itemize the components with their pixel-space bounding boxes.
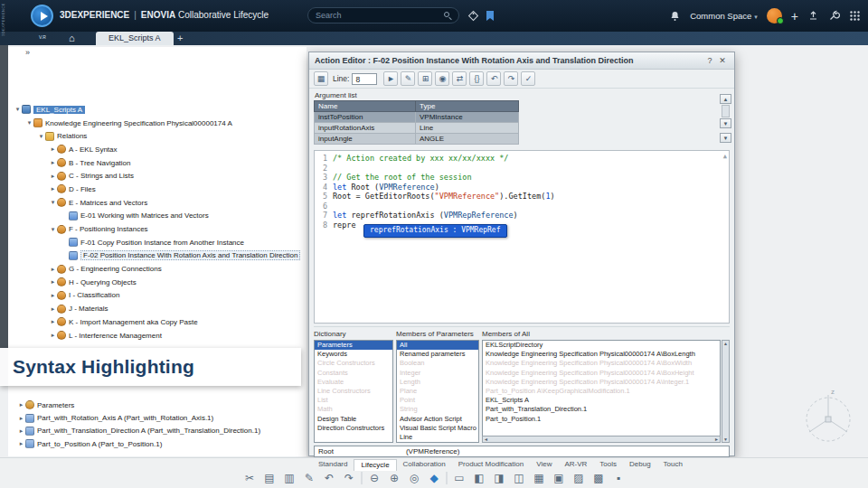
tree-item[interactable]: ▸L - Interference Management bbox=[8, 329, 307, 343]
split-view-icon[interactable]: ◧ bbox=[472, 471, 487, 486]
list-item[interactable]: Advisor Action Script bbox=[397, 415, 478, 424]
table-icon[interactable]: ▦ bbox=[314, 71, 328, 86]
tree-item[interactable]: ▾F - Positioning Instances bbox=[8, 222, 307, 236]
autocomplete-popup[interactable]: reprefRotationAxis : VPMRepRef bbox=[363, 224, 507, 238]
members-all-list[interactable]: EKLScriptDirectoryKnowledge Engineering … bbox=[482, 340, 721, 443]
list-item[interactable]: Integer bbox=[397, 369, 478, 378]
list-item[interactable]: Knowledge Engineering Specification Phys… bbox=[483, 359, 720, 368]
tree-item[interactable]: ▸H - Querying Objects bbox=[8, 276, 307, 289]
tree-item[interactable]: ▾EKL_Scripts A bbox=[8, 103, 307, 117]
members-all-vscrollbar[interactable]: ▲▼ bbox=[722, 340, 730, 443]
help-button[interactable]: ? bbox=[703, 56, 716, 65]
list-item[interactable]: All bbox=[397, 341, 478, 350]
list-item[interactable]: Boolean bbox=[397, 359, 478, 368]
braces-icon[interactable]: {} bbox=[469, 71, 484, 86]
cut-icon[interactable]: ✂ bbox=[242, 471, 258, 486]
argument-row[interactable]: instToPositionVPMInstance bbox=[315, 112, 519, 123]
editor-scroll-up-icon[interactable]: ▲ bbox=[723, 152, 727, 162]
expand-arrow-icon[interactable]: ▾ bbox=[14, 106, 22, 113]
expand-arrow-icon[interactable]: ▸ bbox=[49, 145, 57, 153]
tab-touch[interactable]: Touch bbox=[657, 459, 689, 471]
scroll-down-button[interactable]: ▼ bbox=[720, 118, 731, 128]
code-line[interactable]: 3// Get the root of the session bbox=[315, 173, 729, 183]
list-item[interactable]: Plane bbox=[397, 387, 478, 396]
check-icon[interactable]: ✓ bbox=[521, 71, 535, 86]
members-params-list[interactable]: AllRenamed parametersBooleanIntegerLengt… bbox=[396, 340, 479, 443]
dialog-title-bar[interactable]: Action Editor : F-02 Position Instance W… bbox=[309, 52, 734, 70]
table-view-icon[interactable]: ▣ bbox=[552, 471, 567, 486]
line-number-input[interactable]: 8 bbox=[352, 73, 377, 85]
list-item[interactable]: Circle Constructors bbox=[315, 359, 392, 368]
tree-item[interactable]: ▸B - Tree Navigation bbox=[8, 156, 307, 170]
list-view-icon[interactable]: ▩ bbox=[591, 471, 607, 486]
scroll-up-button[interactable]: ▲ bbox=[720, 94, 731, 104]
hatch-view-icon[interactable]: ▨ bbox=[571, 471, 587, 486]
swap-icon[interactable]: ⇄ bbox=[452, 71, 467, 86]
frame-icon[interactable]: ▭ bbox=[452, 471, 467, 486]
tree-item[interactable]: F-02 Position Instance With Rotation Axi… bbox=[8, 249, 307, 263]
list-item[interactable]: Knowledge Engineering Specification Phys… bbox=[483, 378, 720, 387]
list-item[interactable]: EKL_Scripts A bbox=[483, 396, 720, 405]
redo-icon[interactable]: ↷ bbox=[504, 71, 518, 86]
dropdown-button[interactable]: ▼ bbox=[720, 133, 731, 143]
new-tab-button[interactable]: + bbox=[177, 33, 183, 44]
zoom-in-icon[interactable]: ⊕ bbox=[387, 471, 402, 486]
list-item[interactable]: String bbox=[397, 405, 478, 414]
wrench-icon[interactable] bbox=[828, 10, 840, 22]
list-item[interactable]: Part_to_Position.1 bbox=[483, 415, 720, 424]
scroll-track[interactable] bbox=[722, 105, 730, 117]
expand-arrow-icon[interactable]: ▸ bbox=[17, 440, 25, 447]
dictionary-list[interactable]: ParametersKeywordsCircle ConstructorsCon… bbox=[314, 340, 393, 443]
selected-member-field[interactable]: Root (VPMReference) bbox=[314, 446, 730, 457]
list-item[interactable]: Constants bbox=[315, 369, 392, 378]
code-line[interactable]: 5Root = GetEditorRoots("VPMReference").G… bbox=[315, 192, 729, 202]
left-panel-strip[interactable] bbox=[0, 45, 8, 385]
expand-arrow-icon[interactable]: ▾ bbox=[25, 119, 33, 127]
expand-arrow-icon[interactable]: ▸ bbox=[49, 292, 57, 299]
tree-item[interactable]: ▾Relations bbox=[8, 129, 307, 143]
expand-arrow-icon[interactable]: ▸ bbox=[49, 332, 57, 339]
expand-arrow-icon[interactable]: ▾ bbox=[49, 226, 57, 233]
tree-item[interactable]: ▸G - Engineering Connections bbox=[8, 262, 307, 276]
list-item[interactable]: Part_with_Translation_Direction.1 bbox=[483, 405, 720, 414]
tree-item[interactable]: ▸A - EKL Syntax bbox=[8, 143, 307, 156]
list-item[interactable]: Line Constructors bbox=[315, 387, 392, 396]
redo-icon[interactable]: ↷ bbox=[342, 471, 357, 486]
watch-icon[interactable]: ◉ bbox=[435, 71, 449, 86]
tree-item[interactable]: ▸D - Files bbox=[8, 183, 307, 196]
expand-arrow-icon[interactable]: ▸ bbox=[49, 185, 57, 192]
tag-icon[interactable] bbox=[467, 9, 479, 22]
list-item[interactable]: Direction Constructors bbox=[315, 424, 392, 433]
tree-item[interactable]: ▸Part_with_Rotation_Axis A (Part_with_Ro… bbox=[12, 411, 307, 424]
tree-item[interactable]: ▸K - Import Management aka Copy Paste bbox=[8, 315, 307, 329]
code-line[interactable]: 2 bbox=[315, 164, 729, 174]
insert-icon[interactable]: ⊞ bbox=[418, 71, 432, 86]
search-input[interactable]: Search bbox=[307, 7, 459, 23]
dual-view-icon[interactable]: ◨ bbox=[492, 471, 507, 486]
list-item[interactable]: Visual Basic Script Macro bbox=[397, 424, 478, 433]
column-header[interactable]: Type bbox=[416, 101, 519, 112]
expand-arrow-icon[interactable]: ▸ bbox=[49, 278, 57, 286]
members-all-hscrollbar[interactable]: ◄► bbox=[482, 436, 721, 443]
tree-item[interactable]: F-01 Copy Position Instance from Another… bbox=[8, 236, 307, 249]
grid-view-icon[interactable]: ▦ bbox=[532, 471, 547, 486]
code-line[interactable]: 7let reprefRotationAxis (VPMRepReference… bbox=[315, 211, 729, 221]
user-avatar[interactable] bbox=[767, 8, 782, 23]
list-item[interactable]: Knowledge Engineering Specification Phys… bbox=[483, 350, 720, 359]
tree-item[interactable]: ▾Knowledge Engineering Specification Phy… bbox=[8, 117, 307, 130]
tree-item[interactable]: ▸Part_to_Position A (Part_to_Position.1) bbox=[12, 437, 307, 450]
argument-row[interactable]: inputRotationAxisLine bbox=[315, 123, 519, 134]
tree-item[interactable]: E-01 Working with Matrices and Vectors bbox=[8, 210, 307, 223]
apps-grid-icon[interactable] bbox=[849, 10, 861, 22]
expand-arrow-icon[interactable]: ▸ bbox=[49, 318, 57, 325]
undo-icon[interactable]: ↶ bbox=[486, 71, 501, 86]
edit-icon[interactable]: ✎ bbox=[401, 71, 415, 86]
expand-arrow-icon[interactable]: ▾ bbox=[49, 199, 57, 206]
expand-arrow-icon[interactable]: ▸ bbox=[49, 159, 57, 166]
list-item[interactable]: Point bbox=[397, 396, 478, 405]
home-icon[interactable]: ⌂ bbox=[69, 33, 75, 44]
expand-arrow-icon[interactable]: ▸ bbox=[17, 401, 25, 408]
expand-arrow-icon[interactable]: ▸ bbox=[17, 415, 25, 422]
tree-collapse-icon[interactable]: » bbox=[25, 48, 30, 57]
code-line[interactable]: 6 bbox=[315, 202, 729, 211]
